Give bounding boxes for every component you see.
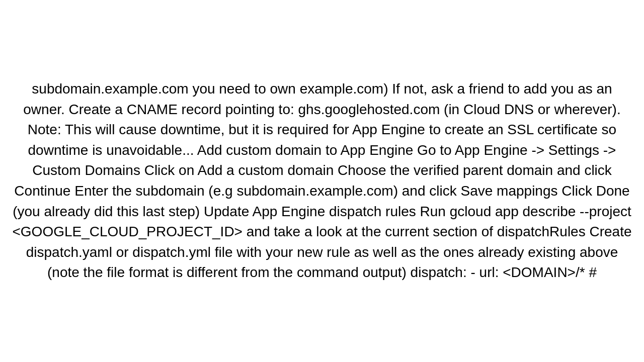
instructions-text: subdomain.example.com you need to own ex… bbox=[10, 79, 634, 283]
page-content: subdomain.example.com you need to own ex… bbox=[0, 0, 644, 362]
